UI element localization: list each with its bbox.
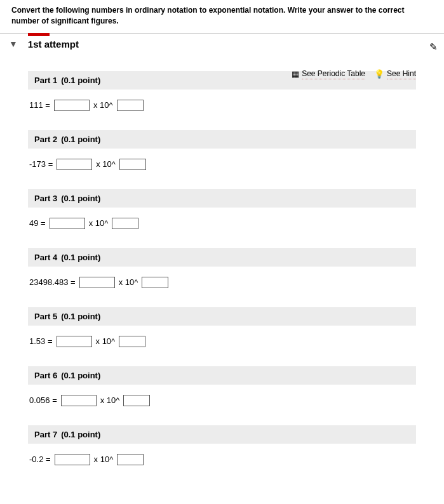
chevron-down-icon[interactable]: ▼ <box>9 39 18 49</box>
coefficient-input[interactable] <box>79 277 115 288</box>
x10-label: x 10^ <box>119 277 138 287</box>
x10-label: x 10^ <box>100 395 120 405</box>
part-points: (0.1 point) <box>61 253 100 262</box>
part-points: (0.1 point) <box>61 430 100 439</box>
part-label: Part 2 <box>34 135 57 144</box>
table-icon: ▦ <box>292 69 299 79</box>
x10-label: x 10^ <box>96 336 116 346</box>
hint-link[interactable]: 💡 See Hint <box>374 69 416 79</box>
part-block: ▦ See Periodic Table 💡 See Hint Part 1 (… <box>28 71 416 111</box>
answer-line: 23498.483 = x 10^ <box>28 267 416 288</box>
x10-label: x 10^ <box>94 454 114 464</box>
part-header: Part 2 (0.1 point) <box>28 130 416 149</box>
part-points: (0.1 point) <box>61 135 100 144</box>
part-points: (0.1 point) <box>61 312 100 321</box>
top-links: ▦ See Periodic Table 💡 See Hint <box>292 69 416 79</box>
periodic-table-link[interactable]: ▦ See Periodic Table <box>292 69 365 79</box>
part-header: Part 5 (0.1 point) <box>28 307 416 326</box>
lhs-value: 23498.483 = <box>29 277 76 287</box>
part-points: (0.1 point) <box>61 76 100 85</box>
exponent-input[interactable] <box>119 336 145 347</box>
answer-line: -173 = x 10^ <box>28 149 416 170</box>
exponent-input[interactable] <box>123 395 150 406</box>
part-points: (0.1 point) <box>61 194 100 203</box>
answer-line: 1.53 = x 10^ <box>28 326 416 347</box>
answer-line: 0.056 = x 10^ <box>28 385 416 406</box>
lhs-value: 111 = <box>29 100 50 110</box>
lhs-value: 1.53 = <box>29 336 53 346</box>
part-label: Part 1 <box>34 76 57 85</box>
part-header: Part 6 (0.1 point) <box>28 366 416 385</box>
part-label: Part 4 <box>34 253 57 262</box>
part-block: Part 5 (0.1 point) 1.53 = x 10^ <box>28 307 416 347</box>
x10-label: x 10^ <box>93 100 113 110</box>
part-header: Part 7 (0.1 point) <box>28 425 416 444</box>
part-header: Part 3 (0.1 point) <box>28 189 416 208</box>
exponent-input[interactable] <box>142 277 168 288</box>
exponent-input[interactable] <box>117 100 144 111</box>
attempt-title: 1st attempt <box>28 39 79 50</box>
part-label: Part 5 <box>34 312 57 321</box>
part-block: Part 4 (0.1 point) 23498.483 = x 10^ <box>28 248 416 288</box>
part-block: Part 6 (0.1 point) 0.056 = x 10^ <box>28 366 416 406</box>
active-indicator <box>28 33 50 36</box>
part-block: Part 3 (0.1 point) 49 = x 10^ <box>28 189 416 229</box>
parts-container: ▦ See Periodic Table 💡 See Hint Part 1 (… <box>0 53 444 472</box>
lhs-value: -0.2 = <box>29 454 51 464</box>
part-points: (0.1 point) <box>61 371 100 380</box>
question-instructions: Convert the following numbers in ordinar… <box>0 0 444 33</box>
lhs-value: -173 = <box>29 159 53 169</box>
x10-label: x 10^ <box>96 159 116 169</box>
coefficient-input[interactable] <box>54 100 90 111</box>
edit-icon[interactable]: ✎ <box>429 41 438 53</box>
part-label: Part 6 <box>34 371 57 380</box>
answer-line: 111 = x 10^ <box>28 90 416 111</box>
lhs-value: 49 = <box>29 218 46 228</box>
part-header: Part 4 (0.1 point) <box>28 248 416 267</box>
periodic-table-label: See Periodic Table <box>302 69 365 79</box>
hint-label: See Hint <box>387 69 416 79</box>
exponent-input[interactable] <box>119 159 146 170</box>
exponent-input[interactable] <box>112 218 138 229</box>
answer-line: -0.2 = x 10^ <box>28 444 416 465</box>
lightbulb-icon: 💡 <box>374 69 384 79</box>
x10-label: x 10^ <box>89 218 109 228</box>
coefficient-input[interactable] <box>57 159 92 170</box>
attempt-header: ▼ 1st attempt ✎ <box>0 34 444 53</box>
exponent-input[interactable] <box>117 454 144 465</box>
coefficient-input[interactable] <box>55 454 90 465</box>
part-label: Part 3 <box>34 194 57 203</box>
part-block: Part 2 (0.1 point) -173 = x 10^ <box>28 130 416 170</box>
answer-line: 49 = x 10^ <box>28 208 416 229</box>
part-label: Part 7 <box>34 430 57 439</box>
coefficient-input[interactable] <box>61 395 97 406</box>
coefficient-input[interactable] <box>50 218 85 229</box>
lhs-value: 0.056 = <box>29 395 57 405</box>
part-block: Part 7 (0.1 point) -0.2 = x 10^ <box>28 425 416 465</box>
coefficient-input[interactable] <box>57 336 92 347</box>
